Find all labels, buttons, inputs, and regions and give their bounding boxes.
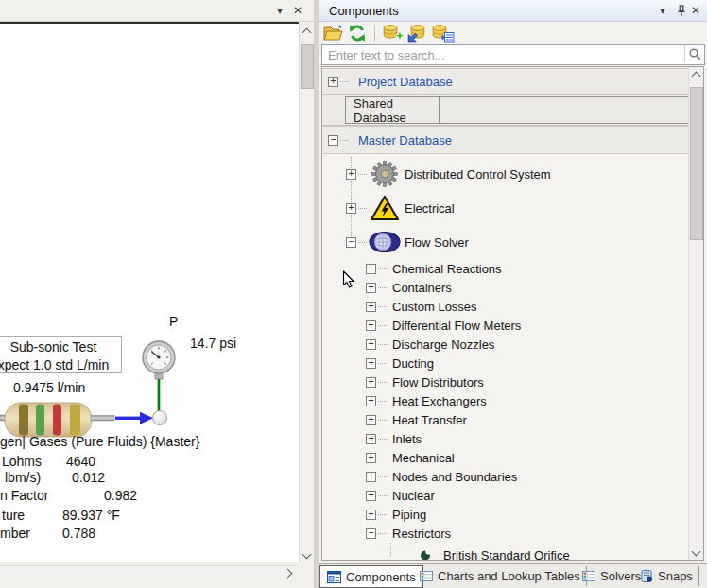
scroll-up-button[interactable] [689, 67, 703, 81]
components-tab-icon [327, 571, 341, 583]
tree-category-nuclear[interactable]: +Nuclear [366, 486, 435, 505]
scroll-up-button[interactable] [300, 24, 314, 38]
export-database-button[interactable] [431, 24, 456, 43]
tree-dots [340, 81, 349, 82]
shared-database-cell[interactable]: Shared Database [345, 96, 440, 124]
expand-icon[interactable]: + [366, 453, 376, 463]
panel-title: Components [329, 4, 399, 18]
gear-icon [369, 160, 401, 188]
property-value: 0.012 [72, 470, 105, 485]
tree-dots [378, 533, 387, 534]
tree-dots [378, 458, 387, 458]
expand-icon[interactable]: + [366, 396, 376, 406]
tree-category-heat-transfer[interactable]: +Heat Transfer [366, 410, 467, 429]
tree-dots [378, 420, 387, 421]
expand-icon[interactable]: + [366, 320, 376, 331]
refresh-button[interactable] [347, 24, 368, 43]
category-label: Nuclear [392, 489, 435, 503]
tree-leaf-british-standard-orifice[interactable]: British Standard Orifice [420, 547, 570, 561]
category-label: Mechanical [392, 451, 455, 465]
tab-label: Components [346, 570, 416, 584]
expand-icon[interactable]: + [366, 415, 376, 425]
scroll-right-button[interactable] [282, 566, 296, 580]
import-database-button[interactable] [406, 24, 427, 43]
shared-database-cell-extension [440, 96, 689, 124]
search-button[interactable] [684, 45, 704, 62]
tree-group-master-database[interactable]: − Master Database [322, 126, 689, 154]
library-label: Distributed Control System [405, 167, 551, 182]
panel-menu-icon[interactable]: ▾ [277, 0, 283, 21]
node-component[interactable] [152, 410, 166, 424]
expand-icon[interactable]: + [366, 283, 376, 293]
expand-icon[interactable]: + [366, 264, 376, 274]
expand-icon[interactable]: + [366, 434, 376, 444]
tree-category-nodes-and-boundaries[interactable]: +Nodes and Boundaries [366, 467, 517, 486]
expand-icon[interactable]: + [328, 77, 338, 87]
expand-icon[interactable]: + [366, 377, 376, 388]
tree-category-restrictors[interactable]: −Restrictors [366, 524, 451, 543]
tree-category-containers[interactable]: +Containers [366, 278, 452, 297]
expand-icon[interactable]: + [366, 302, 376, 312]
tree-library-flow-solver[interactable]: − Flow Solver [346, 225, 469, 259]
tree-category-differential-flow-meters[interactable]: +Differential Flow Meters [366, 316, 521, 335]
collapse-icon[interactable]: − [346, 237, 356, 248]
collapse-icon[interactable]: − [328, 135, 338, 146]
tree-category-heat-exchangers[interactable]: +Heat Exchangers [366, 391, 487, 410]
restrictor-component[interactable] [0, 403, 114, 437]
tree-category-mechanical[interactable]: +Mechanical [366, 448, 455, 467]
close-icon[interactable]: ✕ [691, 0, 700, 21]
expand-icon[interactable]: + [366, 510, 376, 520]
close-icon[interactable]: ✕ [293, 0, 302, 21]
tree-vscrollbar[interactable] [688, 67, 703, 560]
tree-category-piping[interactable]: +Piping [366, 505, 426, 524]
tree-group-shared-database[interactable]: Shared Database [322, 95, 689, 126]
collapse-icon[interactable]: − [366, 528, 376, 539]
panel-menu-icon[interactable]: ▾ [660, 0, 665, 21]
tab-components[interactable]: Components [319, 565, 423, 588]
tree-category-custom-losses[interactable]: +Custom Losses [366, 297, 477, 316]
table-icon [420, 571, 433, 581]
category-label: Ducting [392, 356, 434, 371]
tab-snaps[interactable]: Snaps [635, 566, 699, 586]
toolbar-separator [374, 25, 375, 42]
pressure-gauge-icon[interactable] [143, 341, 175, 379]
tree-group-project-database[interactable]: + Project Database [322, 68, 689, 95]
category-label: Restrictors [392, 527, 451, 541]
expand-icon[interactable]: + [366, 491, 376, 501]
schematic-canvas[interactable]: Sub-sonic Test xpect 1.0 std L/min [0, 24, 299, 562]
panel-tabbar: Components Charts and Lookup Tables [319, 563, 707, 588]
tree-category-inlets[interactable]: +Inlets [366, 429, 422, 448]
property-value: 89.937 °F [62, 508, 120, 523]
pin-icon[interactable] [677, 5, 686, 17]
chevron-down-icon [692, 546, 701, 556]
tab-label: Charts and Lookup Tables [438, 569, 580, 583]
refresh-icon [348, 24, 367, 43]
expand-icon[interactable]: + [346, 169, 356, 180]
scroll-down-button[interactable] [689, 545, 703, 560]
expand-icon[interactable]: + [366, 472, 376, 482]
add-database-button[interactable] [382, 24, 403, 43]
tree-library-electrical[interactable]: + Electrical [346, 191, 455, 225]
canvas-hscrollbar[interactable] [0, 565, 296, 581]
tree-category-flow-distributors[interactable]: +Flow Distributors [366, 372, 484, 391]
canvas-vscrollbar[interactable] [299, 24, 314, 562]
expand-icon[interactable]: + [366, 339, 376, 350]
category-label: Discharge Nozzles [392, 337, 494, 352]
open-library-button[interactable] [322, 24, 343, 43]
scroll-down-button[interactable] [300, 548, 314, 562]
chevron-right-icon [283, 569, 292, 579]
tree-category-discharge-nozzles[interactable]: +Discharge Nozzles [366, 335, 494, 354]
scrollbar-thumb[interactable] [301, 44, 314, 89]
tree-library-distributed-control-system[interactable]: + [346, 157, 551, 191]
tree-category-ducting[interactable]: +Ducting [366, 354, 434, 372]
search-input[interactable] [322, 45, 687, 63]
scrollbar-thumb[interactable] [690, 87, 703, 240]
tab-charts-and-lookup-tables[interactable]: Charts and Lookup Tables [414, 566, 587, 586]
snaps-icon [641, 570, 653, 582]
flow-arrow-icon[interactable] [115, 412, 153, 424]
pressure-tag: P [169, 314, 178, 329]
components-toolbar [319, 22, 707, 44]
expand-icon[interactable]: + [346, 203, 356, 214]
expand-icon[interactable]: + [366, 358, 376, 369]
tree-category-chemical-reactions[interactable]: +Chemical Reactions [366, 259, 502, 278]
